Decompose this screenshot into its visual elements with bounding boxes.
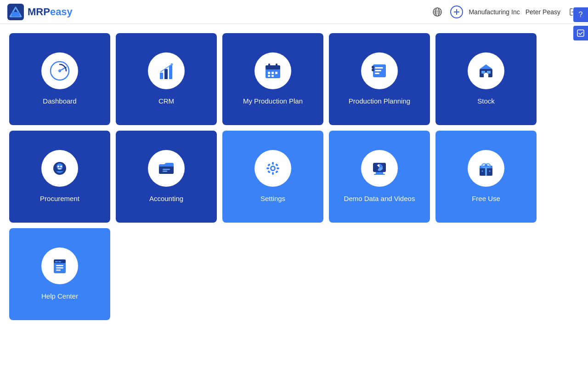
svg-rect-37 bbox=[481, 71, 485, 74]
help-side-button[interactable]: ? bbox=[573, 7, 588, 22]
dashboard-label: Dashboard bbox=[37, 97, 82, 106]
crm-label: CRM bbox=[153, 97, 180, 106]
svg-point-18 bbox=[171, 63, 173, 66]
help-center-icon bbox=[49, 255, 71, 277]
svg-rect-17 bbox=[169, 65, 172, 79]
procurement-icon bbox=[49, 157, 71, 179]
svg-rect-71 bbox=[56, 267, 63, 269]
svg-rect-51 bbox=[277, 167, 279, 169]
svg-rect-57 bbox=[376, 172, 383, 174]
main-content: Dashboard CRM bbox=[0, 24, 588, 329]
svg-rect-11 bbox=[577, 30, 584, 36]
svg-point-32 bbox=[372, 66, 374, 69]
svg-rect-25 bbox=[275, 72, 277, 74]
svg-rect-58 bbox=[374, 174, 385, 175]
dashboard-icon-circle bbox=[41, 52, 78, 89]
logo-area: MRPeasy bbox=[7, 4, 73, 20]
svg-rect-52 bbox=[267, 163, 271, 167]
tile-help-center[interactable]: Help Center bbox=[9, 228, 110, 320]
svg-rect-26 bbox=[268, 75, 270, 77]
stock-label: Stock bbox=[472, 97, 500, 106]
crm-icon-circle bbox=[148, 52, 185, 89]
add-button[interactable] bbox=[450, 6, 463, 18]
svg-point-66 bbox=[482, 171, 483, 172]
settings-icon bbox=[262, 157, 284, 179]
svg-rect-24 bbox=[271, 72, 274, 74]
tile-production-planning[interactable]: Production Planning bbox=[329, 33, 430, 125]
header-actions: Manufacturing Inc Peter Peasy bbox=[430, 5, 581, 19]
demo-icon-circle bbox=[361, 150, 398, 187]
production-planning-icon-circle bbox=[361, 52, 398, 89]
svg-rect-44 bbox=[163, 169, 170, 170]
svg-rect-15 bbox=[160, 73, 163, 79]
production-plan-icon bbox=[262, 60, 284, 82]
svg-rect-21 bbox=[268, 63, 270, 67]
tile-demo-data[interactable]: Demo Data and Videos bbox=[329, 131, 430, 223]
svg-rect-48 bbox=[272, 162, 274, 165]
settings-icon-circle bbox=[254, 150, 291, 187]
svg-rect-23 bbox=[268, 72, 270, 74]
svg-rect-16 bbox=[164, 69, 168, 79]
stock-icon bbox=[475, 60, 497, 82]
svg-rect-74 bbox=[58, 261, 61, 262]
tile-my-production-plan[interactable]: My Production Plan bbox=[222, 33, 323, 125]
svg-rect-73 bbox=[55, 261, 58, 262]
demo-icon bbox=[368, 157, 390, 179]
svg-rect-27 bbox=[271, 75, 274, 77]
dashboard-icon bbox=[49, 60, 71, 82]
globe-button[interactable] bbox=[430, 5, 445, 19]
logo-icon bbox=[7, 4, 24, 20]
tile-free-use[interactable]: Free Use bbox=[435, 131, 537, 223]
svg-rect-30 bbox=[375, 70, 381, 71]
svg-rect-22 bbox=[276, 63, 277, 67]
svg-rect-45 bbox=[163, 171, 167, 172]
side-action-bar: ? bbox=[573, 7, 588, 40]
tile-accounting[interactable]: Accounting bbox=[116, 131, 217, 223]
tile-procurement[interactable]: Procurement bbox=[9, 131, 110, 223]
procurement-label: Procurement bbox=[34, 194, 85, 203]
svg-point-47 bbox=[271, 167, 274, 170]
free-use-label: Free Use bbox=[466, 194, 506, 203]
stock-icon-circle bbox=[468, 52, 504, 89]
accounting-label: Accounting bbox=[144, 194, 189, 203]
company-name: Manufacturing Inc bbox=[469, 8, 520, 16]
tile-settings[interactable]: Settings bbox=[222, 131, 323, 223]
svg-rect-54 bbox=[267, 170, 271, 173]
tile-grid: Dashboard CRM bbox=[9, 33, 579, 320]
svg-rect-50 bbox=[266, 167, 269, 169]
help-center-label: Help Center bbox=[36, 292, 84, 301]
tile-dashboard[interactable]: Dashboard bbox=[9, 33, 110, 125]
accounting-icon bbox=[155, 157, 177, 179]
svg-rect-49 bbox=[272, 172, 274, 175]
help-center-icon-circle bbox=[41, 247, 78, 284]
my-production-plan-label: My Production Plan bbox=[237, 97, 308, 106]
header: MRPeasy Manufacturing Inc Peter Peasy bbox=[0, 0, 588, 24]
svg-point-67 bbox=[489, 171, 491, 172]
svg-point-65 bbox=[485, 164, 487, 167]
checklist-side-button[interactable] bbox=[573, 26, 588, 40]
svg-rect-55 bbox=[275, 170, 278, 173]
production-planning-icon bbox=[368, 60, 390, 82]
free-use-icon-circle bbox=[468, 150, 504, 187]
tile-stock[interactable]: Stock bbox=[435, 33, 537, 125]
accounting-icon-circle bbox=[148, 150, 185, 187]
svg-rect-20 bbox=[266, 65, 280, 69]
svg-rect-31 bbox=[375, 73, 379, 74]
free-use-icon bbox=[475, 157, 497, 179]
svg-rect-29 bbox=[375, 67, 383, 69]
production-plan-icon-circle bbox=[254, 52, 291, 89]
svg-rect-53 bbox=[275, 163, 278, 167]
tile-crm[interactable]: CRM bbox=[116, 33, 217, 125]
procurement-icon-circle bbox=[41, 150, 78, 187]
svg-point-33 bbox=[372, 69, 374, 71]
settings-label: Settings bbox=[255, 194, 291, 203]
crm-icon bbox=[155, 60, 177, 82]
production-planning-label: Production Planning bbox=[343, 97, 416, 106]
svg-point-42 bbox=[60, 166, 62, 167]
svg-marker-35 bbox=[480, 64, 492, 69]
user-name: Peter Peasy bbox=[526, 8, 560, 16]
svg-rect-43 bbox=[58, 168, 62, 169]
svg-rect-72 bbox=[56, 270, 61, 271]
svg-rect-2 bbox=[12, 12, 19, 17]
demo-label: Demo Data and Videos bbox=[339, 194, 421, 203]
